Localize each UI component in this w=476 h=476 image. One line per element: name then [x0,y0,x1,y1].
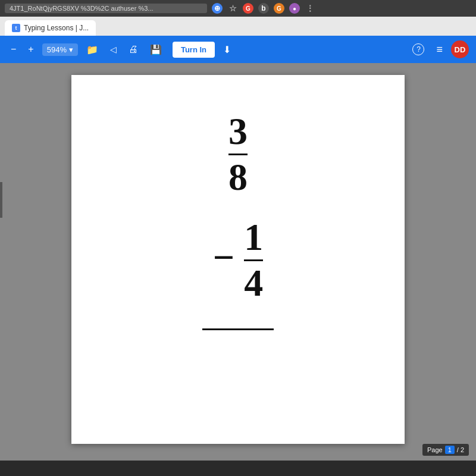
google-icon: G [243,3,253,14]
browser-icon-group: ⊕ ☆ G b G ● ⋮ [212,3,315,14]
extension-icon: b [258,3,269,14]
document-toolbar: − + 594% ▾ 📁 ◁ 🖨 💾 Turn In ⬇ ? ≡ DD [0,36,476,63]
minus-operator: − [213,239,234,277]
math-content: 3 8 − 1 4 [202,111,274,330]
answer-line [202,328,274,330]
zoom-in-button[interactable]: + [24,42,37,57]
zoom-out-button[interactable]: − [7,42,20,57]
current-page: 1 [445,446,455,454]
download-icon: ⬇ [223,44,231,55]
hamburger-icon: ≡ [436,43,443,56]
tab-favicon: t [12,24,20,32]
menu-button[interactable]: ≡ [433,41,446,58]
fraction2-numerator: 1 [244,217,263,258]
turn-in-button[interactable]: Turn In [173,42,215,58]
fraction1-bar [228,154,248,155]
tab-bar: t Typing Lessons | J... [0,17,476,36]
page-label: Page [427,446,443,453]
save-icon: 💾 [150,44,162,55]
fraction1-denominator: 8 [228,156,248,198]
folder-button[interactable]: 📁 [83,42,102,58]
chrome-icon: ⊕ [212,3,223,14]
zoom-control[interactable]: 594% ▾ [42,43,78,56]
user-avatar-button[interactable]: DD [451,40,469,58]
turn-in-label: Turn In [181,45,206,54]
fraction-2: 1 4 [244,217,263,305]
menu-dots-icon[interactable]: ⋮ [305,3,315,14]
tab-title: Typing Lessons | J... [24,24,89,32]
fraction1-numerator: 3 [228,111,248,152]
address-bar[interactable]: 4JT1_RoNtQjyRGS8XV %3D%2C authuser %3... [5,4,207,13]
active-tab[interactable]: t Typing Lessons | J... [5,20,96,36]
help-icon: ? [412,43,424,55]
star-icon[interactable]: ☆ [227,3,238,14]
save-button[interactable]: 💾 [146,42,165,58]
zoom-value: 594% [47,45,67,54]
fraction2-bar [244,259,263,261]
share-button[interactable]: ◁ [107,42,120,57]
share-icon: ◁ [110,45,117,54]
subtraction-row: − 1 4 [213,217,263,305]
print-button[interactable]: 🖨 [125,42,142,57]
folder-icon: 📁 [86,44,98,55]
fraction2-denominator: 4 [244,262,263,304]
document-page: 3 8 − 1 4 [71,75,405,444]
avatar-initials: DD [455,45,466,54]
ext3-icon: ● [289,3,300,14]
print-icon: 🖨 [129,44,138,55]
fraction-1: 3 8 [228,111,248,199]
total-pages: / 2 [457,446,464,453]
browser-chrome: 4JT1_RoNtQjyRGS8XV %3D%2C authuser %3...… [0,0,476,17]
left-edge-marker [0,182,2,218]
ext2-icon: G [274,3,284,14]
zoom-arrow-icon: ▾ [69,45,73,54]
download-button[interactable]: ⬇ [220,42,234,58]
document-area: 3 8 − 1 4 Page 1 / 2 [0,63,476,461]
page-indicator: Page 1 / 2 [422,444,469,456]
help-button[interactable]: ? [409,41,428,58]
